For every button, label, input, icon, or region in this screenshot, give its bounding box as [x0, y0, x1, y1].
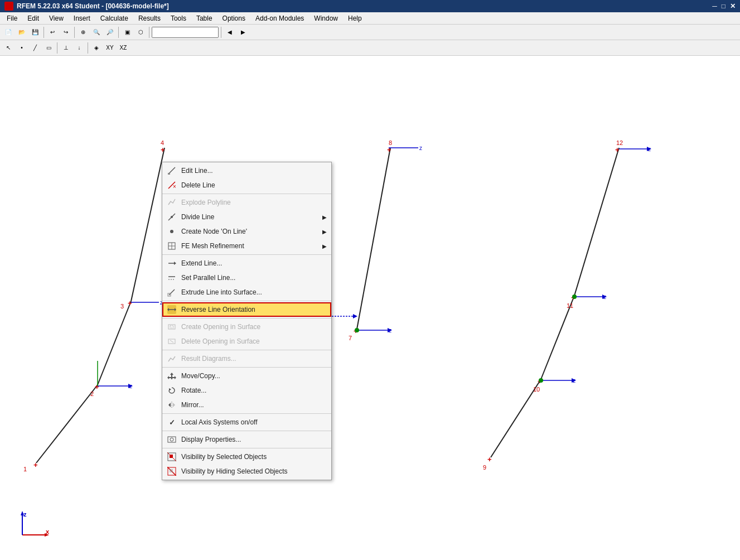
- svg-text:z: z: [23, 511, 27, 518]
- view3d-btn[interactable]: ◈: [90, 42, 103, 54]
- menu-tools[interactable]: Tools: [166, 13, 191, 23]
- close-btn[interactable]: ✕: [730, 2, 736, 10]
- vis-hiding-icon: [167, 466, 177, 476]
- maximize-btn[interactable]: □: [722, 2, 726, 10]
- reverse-icon: [167, 305, 177, 315]
- menu-insert[interactable]: Insert: [69, 13, 95, 23]
- svg-marker-80: [173, 403, 175, 407]
- svg-text:10: 10: [533, 386, 540, 393]
- ctx-move-copy-label: Move/Copy...: [181, 372, 220, 380]
- sep5: [221, 27, 221, 38]
- ctx-mirror-label: Mirror...: [181, 401, 204, 409]
- ctx-rotate[interactable]: Rotate...: [162, 383, 331, 398]
- move-icon: [167, 371, 177, 381]
- ctx-delete-line[interactable]: × Delete Line: [162, 178, 331, 192]
- sep-3: [162, 301, 331, 301]
- ctx-reverse-line[interactable]: Reverse Line Orientation: [162, 302, 331, 317]
- svg-text:+: +: [161, 146, 165, 154]
- prev-btn[interactable]: ◀: [224, 26, 236, 38]
- ctx-create-node-label: Create Node 'On Line': [181, 228, 247, 235]
- axis-svg: x z: [17, 510, 50, 543]
- menu-calculate[interactable]: Calculate: [96, 13, 133, 23]
- canvas-svg: + + + + 1 2 3 4 z z + + 7 8 z z + + + +: [0, 56, 740, 560]
- ctx-local-axis[interactable]: ✓ Local Axis Systems on/off: [162, 415, 331, 429]
- sep-4: [162, 318, 331, 318]
- ctx-display-props[interactable]: Display Properties...: [162, 432, 331, 447]
- app-icon: [4, 2, 13, 11]
- ctx-edit-line[interactable]: Edit Line...: [162, 163, 331, 178]
- ctx-create-opening: Create Opening in Surface: [162, 320, 331, 334]
- support-btn[interactable]: ⊥: [60, 42, 72, 54]
- menu-results[interactable]: Results: [134, 13, 165, 23]
- mirror-icon: [167, 400, 177, 410]
- ctx-vis-selected-label: Visibility by Selected Objects: [181, 453, 267, 461]
- main-area: + + + + 1 2 3 4 z z + + 7 8 z z + + + +: [0, 56, 740, 560]
- redo-btn[interactable]: ↪: [60, 26, 72, 38]
- new-btn[interactable]: 📄: [2, 26, 14, 38]
- svg-point-25: [355, 328, 359, 332]
- mesh-icon: [167, 241, 177, 251]
- ctx-visibility-hiding[interactable]: Visibility by Hiding Selected Objects: [162, 464, 331, 479]
- zoom-in-btn[interactable]: 🔍: [90, 26, 103, 38]
- save-btn[interactable]: 💾: [29, 26, 41, 38]
- svg-line-0: [36, 385, 98, 463]
- toolbar-1: 📄 📂 💾 ↩ ↪ ⊕ 🔍 🔎 ▣ ⬡ ◀ ▶: [0, 25, 740, 40]
- zoom-out-btn[interactable]: 🔎: [104, 26, 116, 38]
- ctx-fe-mesh[interactable]: FE Mesh Refinement ▶: [162, 239, 331, 253]
- svg-line-28: [574, 148, 619, 296]
- ctx-extend-line[interactable]: Extend Line...: [162, 256, 331, 271]
- ctx-result-diagrams: Result Diagrams...: [162, 351, 331, 366]
- menu-view[interactable]: View: [45, 13, 68, 23]
- undo-btn[interactable]: ↩: [46, 26, 59, 38]
- menu-file[interactable]: File: [2, 13, 22, 23]
- ctx-extrude-line[interactable]: Extrude Line into Surface...: [162, 285, 331, 300]
- ctx-divide-line[interactable]: Divide Line ▶: [162, 210, 331, 224]
- sep-7: [162, 413, 331, 414]
- open-btn[interactable]: 📂: [16, 26, 28, 38]
- zoom-all-btn[interactable]: ⊕: [77, 26, 89, 38]
- svg-marker-63: [174, 262, 176, 265]
- svg-marker-79: [168, 403, 171, 407]
- render-btn[interactable]: ▣: [121, 26, 133, 38]
- wireframe-btn[interactable]: ⬡: [134, 26, 147, 38]
- select-btn[interactable]: ↖: [2, 42, 14, 54]
- next-btn[interactable]: ▶: [237, 26, 249, 38]
- menu-addon[interactable]: Add-on Modules: [251, 13, 308, 23]
- ctx-parallel-line[interactable]: Set Parallel Line...: [162, 271, 331, 285]
- svg-line-1: [98, 301, 131, 385]
- ctx-result-diagrams-label: Result Diagrams...: [181, 355, 236, 363]
- svg-line-75: [170, 340, 173, 342]
- viewxz-btn[interactable]: XZ: [117, 42, 129, 54]
- svg-line-2: [131, 148, 165, 301]
- extend-icon: [167, 258, 177, 268]
- viewxy-btn[interactable]: XY: [104, 42, 116, 54]
- svg-text:12: 12: [616, 139, 623, 146]
- ctx-fe-mesh-label: FE Mesh Refinement: [181, 242, 244, 250]
- line-btn[interactable]: ╱: [29, 42, 41, 54]
- menu-window[interactable]: Window: [309, 13, 342, 23]
- ctx-extend-label: Extend Line...: [181, 259, 222, 267]
- ctx-mirror[interactable]: Mirror...: [162, 398, 331, 412]
- menu-options[interactable]: Options: [218, 13, 250, 23]
- svg-text:+: +: [615, 146, 620, 154]
- minimize-btn[interactable]: ─: [712, 2, 717, 10]
- menu-help[interactable]: Help: [344, 13, 366, 23]
- menu-table[interactable]: Table: [192, 13, 217, 23]
- ctx-delete-opening: Delete Opening in Surface: [162, 334, 331, 349]
- ctx-move-copy[interactable]: Move/Copy...: [162, 369, 331, 383]
- node-btn[interactable]: •: [16, 42, 28, 54]
- svg-rect-53: [168, 173, 170, 175]
- ctx-create-node[interactable]: Create Node 'On Line' ▶: [162, 224, 331, 239]
- svg-text:2: 2: [90, 390, 94, 397]
- sep1: [43, 27, 44, 38]
- load-btn[interactable]: ↓: [73, 42, 85, 54]
- ctx-local-axis-label: Local Axis Systems on/off: [181, 418, 258, 426]
- ctx-visibility-selected[interactable]: Visibility by Selected Objects: [162, 450, 331, 464]
- svg-rect-72: [168, 325, 175, 329]
- edit-line-icon: [167, 166, 177, 176]
- rotate-icon: [167, 385, 177, 395]
- menu-edit[interactable]: Edit: [23, 13, 43, 23]
- surface-btn[interactable]: ▭: [42, 42, 55, 54]
- model-selector[interactable]: [152, 27, 219, 38]
- svg-point-44: [572, 295, 577, 299]
